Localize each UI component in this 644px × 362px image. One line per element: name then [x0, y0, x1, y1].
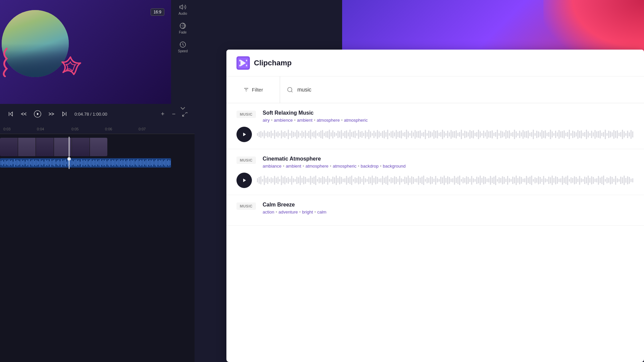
svg-rect-513 [498, 177, 499, 183]
svg-rect-463 [413, 177, 414, 184]
svg-rect-483 [447, 176, 448, 184]
svg-rect-92 [109, 159, 110, 167]
svg-rect-392 [291, 176, 292, 185]
time-display: 0:04.78 / 1:00.00 [74, 112, 107, 117]
svg-rect-544 [552, 176, 553, 185]
audio-toolbar-item[interactable]: Audio [177, 2, 189, 17]
speed-toolbar-item[interactable]: Speed [176, 39, 190, 55]
timeline-ruler: 0:03 0:04 0:05 0:06 0:07 [0, 124, 195, 134]
play-button-1[interactable] [236, 127, 252, 142]
tag-background[interactable]: background [383, 164, 406, 169]
svg-rect-153 [260, 131, 261, 138]
svg-rect-276 [471, 131, 472, 138]
svg-rect-154 [262, 132, 263, 136]
svg-rect-202 [344, 131, 345, 138]
svg-rect-521 [512, 177, 513, 184]
collapse-button[interactable] [171, 104, 195, 112]
svg-rect-188 [320, 131, 321, 138]
svg-rect-323 [552, 131, 553, 137]
svg-rect-492 [463, 177, 464, 183]
fade-toolbar-item[interactable]: Fade [177, 20, 189, 36]
svg-rect-477 [437, 178, 438, 182]
music-badge-3: MUSIC [236, 202, 256, 210]
search-input[interactable] [297, 87, 637, 93]
svg-rect-240 [410, 133, 411, 136]
timeline-area[interactable]: 0:03 0:04 0:05 0:06 0:07 [0, 124, 195, 362]
filter-button[interactable]: Filter [226, 76, 280, 103]
svg-rect-103 [124, 160, 125, 166]
svg-rect-366 [625, 133, 626, 136]
tag-atmosphere[interactable]: atmosphere [317, 118, 340, 123]
svg-rect-179 [305, 130, 306, 138]
tag-bright[interactable]: bright [302, 209, 313, 215]
svg-rect-316 [540, 132, 541, 136]
rewind-button[interactable] [18, 108, 30, 120]
tag-airy[interactable]: airy [263, 118, 270, 123]
svg-rect-422 [342, 179, 343, 182]
svg-rect-356 [608, 131, 609, 138]
tag-ambient-2[interactable]: ambient [286, 164, 301, 169]
tag-adventure[interactable]: adventure [278, 209, 298, 215]
svg-rect-33 [30, 161, 31, 165]
svg-rect-411 [324, 177, 325, 184]
svg-rect-322 [550, 130, 551, 139]
svg-rect-21 [14, 159, 15, 167]
music-list: MUSIC Soft Relaxing Music airy • ambienc… [226, 103, 644, 362]
tag-backdrop[interactable]: backdrop [361, 164, 378, 169]
svg-rect-335 [572, 131, 573, 138]
svg-rect-208 [355, 131, 356, 138]
svg-rect-505 [485, 177, 486, 184]
svg-rect-217 [370, 131, 371, 137]
svg-rect-516 [504, 177, 505, 184]
svg-rect-549 [560, 178, 561, 182]
tag-atmosphere-2[interactable]: atmosphere [306, 164, 329, 169]
tag-ambient[interactable]: ambient [297, 118, 312, 123]
svg-rect-272 [464, 131, 465, 138]
svg-rect-205 [350, 130, 351, 139]
svg-rect-354 [605, 130, 606, 139]
svg-rect-28 [23, 160, 24, 166]
play-button[interactable] [31, 108, 44, 120]
svg-rect-270 [461, 130, 462, 139]
skip-back-button[interactable] [5, 108, 16, 120]
skip-forward-button[interactable] [59, 108, 70, 120]
fade-label: Fade [179, 31, 187, 34]
svg-rect-242 [413, 132, 414, 136]
tag-calm[interactable]: calm [317, 209, 326, 215]
svg-rect-288 [492, 130, 493, 138]
svg-rect-370 [632, 131, 633, 137]
svg-rect-280 [478, 130, 479, 139]
fast-forward-button[interactable] [46, 108, 57, 120]
svg-rect-374 [260, 176, 261, 184]
svg-rect-337 [576, 132, 577, 136]
tag-action[interactable]: action [263, 209, 274, 215]
svg-rect-283 [483, 131, 484, 138]
tag-atmospheric[interactable]: atmospheric [344, 118, 368, 123]
svg-rect-478 [439, 179, 440, 182]
svg-rect-319 [545, 130, 546, 138]
tag-ambiance[interactable]: ambiance [263, 164, 281, 169]
panel-header: Clipchamp [226, 50, 644, 76]
svg-rect-211 [360, 132, 361, 137]
svg-rect-575 [605, 179, 606, 182]
playback-controls: 0:04.78 / 1:00.00 + − [0, 104, 195, 124]
svg-rect-223 [380, 133, 381, 136]
svg-rect-137 [170, 161, 170, 165]
svg-rect-451 [392, 178, 393, 183]
zoom-in-button[interactable]: + [158, 109, 167, 119]
svg-rect-487 [454, 176, 455, 185]
svg-rect-289 [493, 133, 494, 136]
tag-atmospheric-2[interactable]: atmospheric [333, 164, 357, 169]
svg-rect-166 [283, 132, 284, 137]
svg-rect-97 [116, 161, 117, 165]
aspect-ratio-badge[interactable]: 16:9 [151, 8, 164, 16]
tag-ambience[interactable]: ambience [274, 118, 292, 123]
svg-rect-64 [72, 161, 72, 165]
svg-rect-191 [325, 131, 326, 137]
play-button-2[interactable] [236, 173, 252, 188]
svg-rect-320 [546, 133, 547, 136]
svg-rect-551 [564, 178, 565, 183]
svg-rect-226 [385, 132, 386, 137]
svg-rect-224 [382, 131, 383, 138]
svg-rect-506 [487, 179, 488, 182]
